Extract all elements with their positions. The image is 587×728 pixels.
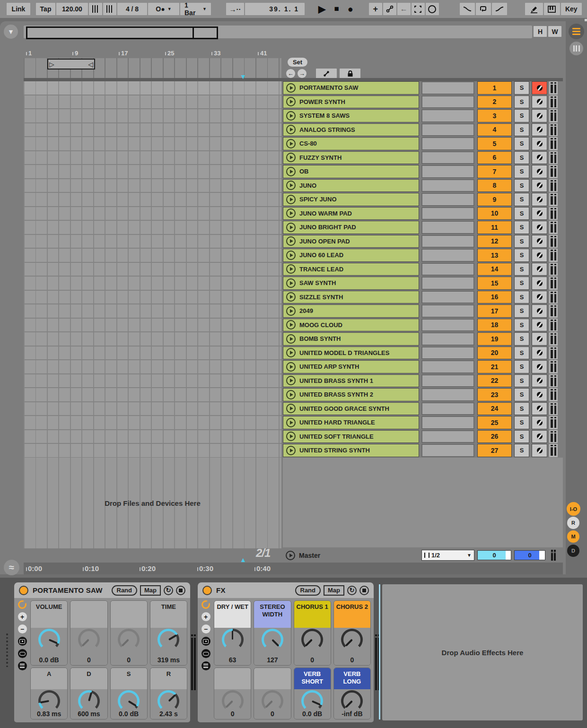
macro-cell[interactable]: A0.83 ms [30,667,68,719]
track-number-box[interactable]: 20 [477,347,512,360]
track-header-row[interactable]: PORTAMENTO SAW 1 S [283,81,563,95]
optimize-height-button[interactable]: H [534,26,547,37]
track-number-box[interactable]: 16 [477,291,512,304]
track-number-box[interactable]: 4 [477,123,512,137]
arrangement-lane[interactable] [24,165,281,179]
arrangement-lane[interactable] [24,291,281,305]
panel-drag-handle[interactable] [6,633,8,667]
macro-cell[interactable]: VERB LONG-inf dB [333,667,371,719]
track-number-box[interactable]: 17 [477,304,512,318]
solo-button[interactable]: S [514,95,529,109]
arrangement-lane[interactable] [24,207,281,221]
track-io-box[interactable] [421,109,474,122]
track-drop-area[interactable]: Drop Files and Devices Here [24,458,281,548]
add-macro-button[interactable]: + [18,612,27,621]
track-number-box[interactable]: 6 [477,151,512,165]
arrangement-lane[interactable] [24,347,281,361]
overview-viewport-box[interactable] [26,26,218,39]
solo-button[interactable]: S [514,416,529,429]
track-header-row[interactable]: JUNO 8 S [283,179,563,192]
variation-refresh-button[interactable]: ↻ [164,586,173,595]
track-number-box[interactable]: 22 [477,374,512,388]
track-number-box[interactable]: 7 [477,165,512,178]
track-number-box[interactable]: 27 [477,444,512,457]
arrangement-lane[interactable] [24,179,281,193]
solo-button[interactable]: S [514,291,529,304]
arm-button[interactable] [532,263,547,276]
solo-button[interactable]: S [514,81,529,95]
track-name-cell[interactable]: BOMB SYNTH [283,332,419,346]
track-number-box[interactable]: 26 [477,430,512,443]
track-number-box[interactable]: 15 [477,277,512,290]
track-name-cell[interactable]: POWER SYNTH [283,95,419,109]
track-io-box[interactable] [421,277,474,290]
track-play-icon[interactable] [286,125,296,134]
track-name-cell[interactable]: UNITED STRING SYNTH [283,444,419,457]
macro-knob[interactable] [38,629,60,650]
returns-toggle-button[interactable]: R [567,517,579,529]
track-number-box[interactable]: 12 [477,235,512,248]
track-name-cell[interactable]: SIZZLE SYNTH [283,291,419,304]
track-name-cell[interactable]: UNITED SOFT TRIANGLE [283,430,419,443]
macro-cell[interactable]: CHORUS 20 [333,600,371,666]
track-header-row[interactable]: UNITED STRING SYNTH 27 S [283,444,563,457]
automation-arm-button[interactable] [383,3,396,15]
tempo-field[interactable]: 120.00 [56,3,88,15]
track-header-row[interactable]: SPICY JUNO 9 S [283,193,563,206]
arm-button[interactable] [532,360,547,373]
track-number-box[interactable]: 25 [477,416,512,429]
track-number-box[interactable]: 5 [477,137,512,150]
track-play-icon[interactable] [286,153,296,162]
arm-button[interactable] [532,235,547,248]
track-io-box[interactable] [421,221,474,234]
solo-button[interactable]: S [514,165,529,178]
track-play-icon[interactable] [286,181,296,190]
rand-button[interactable]: Rand [112,585,138,596]
macro-cell[interactable]: R2.43 s [150,667,187,719]
track-name-cell[interactable]: CS-80 [283,137,419,150]
solo-button[interactable]: S [514,430,529,443]
solo-button[interactable]: S [514,402,529,416]
arm-button[interactable] [532,81,547,95]
audio-effects-drop-area[interactable]: Drop Audio Effects Here [382,584,583,720]
key-map-button[interactable]: Key [561,3,582,15]
arrangement-lane[interactable] [24,249,281,263]
track-io-box[interactable] [421,179,474,192]
track-name-cell[interactable]: SAW SYNTH [283,277,419,290]
track-io-box[interactable] [421,165,474,178]
macro-cell[interactable]: TIME319 ms [150,600,187,666]
track-name-cell[interactable]: PORTAMENTO SAW [283,81,419,95]
link-button[interactable]: Link [7,3,30,15]
mixer-toggle-button[interactable]: M [567,530,579,543]
computer-midi-keyboard-button[interactable] [544,3,560,15]
track-io-box[interactable] [421,402,474,416]
track-number-box[interactable]: 13 [477,249,512,262]
solo-button[interactable]: S [514,347,529,360]
macro-knob[interactable] [341,690,363,712]
map-button[interactable]: Map [324,585,344,596]
track-name-cell[interactable]: SPICY JUNO [283,193,419,206]
arrangement-lane[interactable] [24,151,281,165]
track-header-row[interactable]: BOMB SYNTH 19 S [283,332,563,346]
track-io-box[interactable] [421,137,474,150]
arrangement-lane[interactable] [24,137,281,151]
macro-knob[interactable] [118,629,140,650]
solo-button[interactable]: S [514,221,529,234]
time-ruler[interactable]: 0:000:100:200:300:40 [24,563,563,574]
arm-button[interactable] [532,291,547,304]
arrangement-lane[interactable] [24,402,281,416]
track-play-icon[interactable] [286,334,296,344]
track-play-icon[interactable] [286,195,296,204]
macro-knob[interactable] [222,690,244,712]
arrangement-lane[interactable] [24,319,281,333]
optimize-width-button[interactable]: W [548,26,561,37]
track-play-icon[interactable] [286,278,296,288]
track-play-icon[interactable] [286,292,296,302]
track-play-icon[interactable] [286,236,296,246]
track-name-cell[interactable]: ANALOG STRINGS [283,123,419,137]
track-header-row[interactable]: SYSTEM 8 SAWS 3 S [283,109,563,122]
track-header-row[interactable]: UNITED ARP SYNTH 21 S [283,360,563,373]
re-enable-automation-button[interactable]: ← [397,3,411,15]
track-play-icon[interactable] [286,97,296,106]
macro-knob[interactable] [262,629,283,650]
